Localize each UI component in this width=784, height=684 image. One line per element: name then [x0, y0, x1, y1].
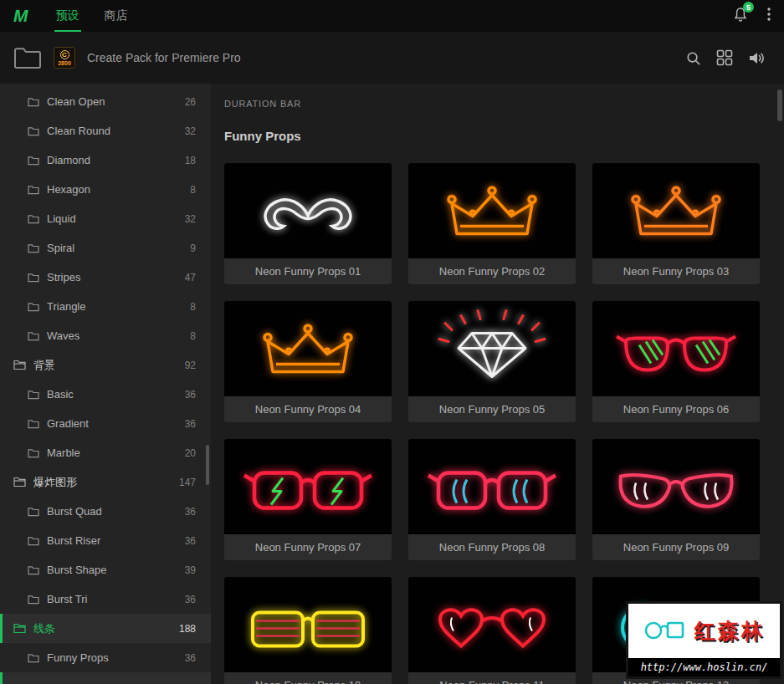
preset-card[interactable]: Neon Funny Props 03	[592, 163, 760, 284]
notifications-button[interactable]: 5	[734, 7, 747, 25]
crown-icon	[592, 163, 760, 258]
folder-icon	[13, 360, 26, 370]
sidebar-item-clean-open[interactable]: Clean Open26	[0, 87, 211, 116]
preset-card[interactable]: Neon Funny Props 01	[224, 163, 392, 284]
sidebar-item-waves[interactable]: Waves8	[0, 321, 211, 350]
preset-thumbnail	[224, 301, 392, 396]
sidebar-item-spiral[interactable]: Spiral9	[0, 233, 211, 263]
sidebar-item-count: 18	[185, 155, 196, 166]
breadcrumb: DURATION BAR	[224, 99, 784, 109]
wayfarer-squiggle-icon	[408, 439, 576, 534]
sidebar-item-label: Triangle	[47, 300, 190, 313]
preset-card[interactable]: Neon Funny Props 07	[224, 439, 392, 560]
preset-card[interactable]: Neon Funny Props 04	[224, 301, 392, 422]
sidebar-item-label: Hexagon	[47, 183, 190, 196]
sidebar-item-partial[interactable]	[0, 672, 211, 684]
preset-card[interactable]: Neon Funny Props 02	[408, 163, 576, 284]
preset-thumbnail	[224, 439, 392, 534]
crown-icon	[224, 301, 392, 396]
sidebar-item-diamond[interactable]: Diamond18	[0, 145, 211, 175]
sidebar-item-funny-props[interactable]: Funny Props36	[0, 643, 211, 672]
sidebar-item-basic[interactable]: Basic36	[0, 380, 211, 409]
search-icon[interactable]	[685, 50, 701, 66]
preset-label: Neon Funny Props 08	[408, 534, 576, 560]
folder-icon	[28, 273, 39, 283]
diamond-icon	[408, 301, 576, 396]
pack-badge-text: 2800	[58, 60, 71, 66]
sidebar-item-count: 8	[190, 301, 196, 313]
watermark-top: 红森林	[628, 604, 780, 658]
sidebar-item-clean-round[interactable]: Clean Round32	[0, 116, 211, 145]
preset-label: Neon Funny Props 05	[408, 396, 576, 422]
preset-thumbnail	[592, 301, 760, 396]
sidebar-item-burst-riser[interactable]: Burst Riser36	[0, 526, 211, 555]
menu-button[interactable]	[767, 8, 771, 24]
sidebar-item-label: 背景	[33, 358, 185, 373]
shutter-icon	[224, 577, 392, 672]
sidebar-item-label: Funny Props	[47, 651, 185, 664]
folder-icon	[28, 565, 39, 575]
preset-card[interactable]: Neon Funny Props 08	[408, 439, 576, 560]
topbar: M 预设 商店 5	[0, 0, 784, 32]
folder-icon	[28, 390, 39, 400]
folder-icon	[28, 507, 39, 517]
content-scrollbar-thumb[interactable]	[777, 89, 782, 121]
folder-icon	[13, 477, 26, 487]
mustache-icon	[224, 163, 392, 258]
folder-icon	[28, 126, 39, 136]
tab-presets[interactable]: 预设	[54, 0, 81, 32]
sidebar-item-线条[interactable]: 线条188	[0, 614, 211, 643]
app-logo[interactable]: M	[13, 6, 28, 26]
sidebar-item-hexagon[interactable]: Hexagon8	[0, 175, 211, 204]
grid-view-icon[interactable]	[716, 49, 733, 66]
sidebar-item-label: Stripes	[47, 271, 185, 283]
preset-label: Neon Funny Props 01	[224, 258, 392, 284]
preset-card[interactable]: Neon Funny Props 10	[224, 577, 392, 684]
preset-thumbnail	[592, 163, 760, 258]
crown-icon	[408, 163, 576, 258]
sidebar-item-爆炸图形[interactable]: 爆炸图形147	[0, 467, 211, 497]
folder-icon	[28, 595, 39, 605]
sidebar-item-burst-shape[interactable]: Burst Shape39	[0, 555, 211, 584]
preset-thumbnail	[408, 439, 576, 534]
sidebar-item-label: Marble	[47, 447, 185, 459]
sidebar-item-stripes[interactable]: Stripes47	[0, 263, 211, 292]
sidebar-item-burst-tri[interactable]: Burst Tri36	[0, 584, 211, 614]
sidebar-item-count: 36	[185, 594, 196, 605]
preset-card[interactable]: Neon Funny Props 09	[592, 439, 760, 560]
sidebar-item-triangle[interactable]: Triangle8	[0, 292, 211, 321]
preset-thumbnail	[408, 577, 576, 672]
sidebar-item-label: 爆炸图形	[33, 475, 179, 490]
aviator-icon	[592, 301, 760, 396]
preset-label: Neon Funny Props 04	[224, 396, 392, 422]
sidebar-item-label: Liquid	[47, 212, 185, 225]
folder-icon	[28, 536, 39, 546]
tab-store[interactable]: 商店	[103, 0, 130, 32]
folder-outline-icon[interactable]	[13, 47, 42, 69]
sidebar-item-count: 188	[179, 623, 196, 635]
sidebar-item-label: Spiral	[47, 242, 190, 254]
sidebar-item-burst-quad[interactable]: Burst Quad36	[0, 497, 211, 526]
sidebar-item-count: 26	[185, 96, 196, 108]
sound-icon[interactable]	[748, 50, 766, 66]
sidebar-item-marble[interactable]: Marble20	[0, 438, 211, 467]
sidebar-scrollbar-thumb[interactable]	[206, 445, 209, 485]
pack-emblem: C	[60, 50, 69, 59]
sidebar-item-count: 32	[185, 125, 196, 137]
pack-header: C 2800 Create Pack for Premiere Pro	[0, 32, 784, 84]
preset-card[interactable]: Neon Funny Props 11	[408, 577, 576, 684]
sidebar-item-liquid[interactable]: Liquid32	[0, 204, 211, 233]
heart-icon	[408, 577, 576, 672]
sidebar-item-count: 8	[190, 184, 196, 196]
folder-icon	[28, 448, 39, 458]
folder-icon	[28, 185, 39, 195]
preset-card[interactable]: Neon Funny Props 06	[592, 301, 760, 422]
app-window: M 预设 商店 5	[0, 0, 784, 684]
main-tabs: 预设 商店	[54, 0, 151, 32]
sidebar-item-背景[interactable]: 背景92	[0, 350, 211, 380]
preset-card[interactable]: Neon Funny Props 05	[408, 301, 576, 422]
pack-icon: C 2800	[54, 47, 75, 69]
sidebar-item-count: 92	[185, 360, 196, 371]
watermark-glasses-icon	[643, 615, 689, 648]
sidebar-item-gradient[interactable]: Gradient36	[0, 409, 211, 438]
